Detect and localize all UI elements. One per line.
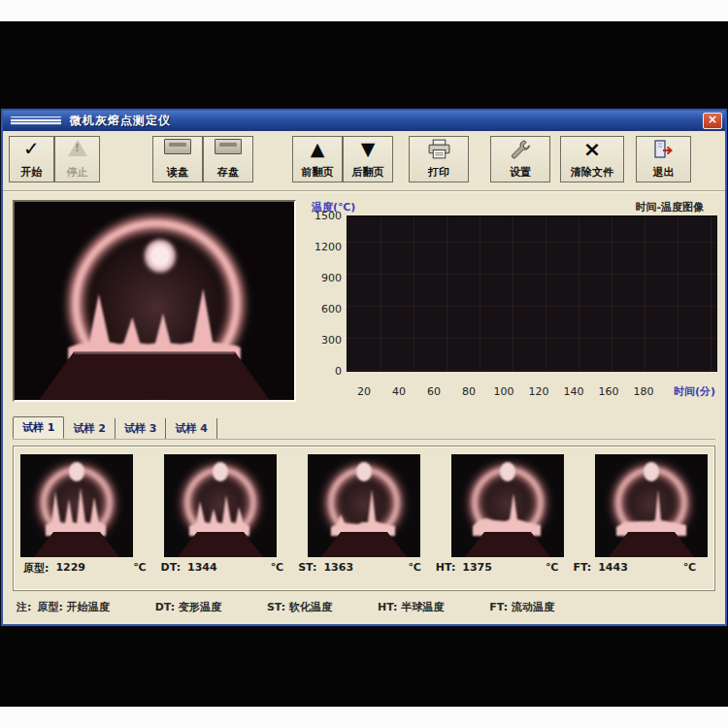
stage-thumbnails bbox=[20, 454, 708, 557]
floppy-icon bbox=[215, 139, 242, 154]
tab-sample-3[interactable]: 试样 3 bbox=[116, 418, 166, 439]
legend-item: 原型: 开始温度 bbox=[37, 600, 109, 614]
triangle-down-icon: ▼ bbox=[361, 139, 376, 158]
clear-file-button[interactable]: × 清除文件 bbox=[560, 136, 624, 182]
result-ft: FT:1443 ℃ bbox=[570, 561, 708, 576]
legend-note: 注: 原型: 开始温度 DT: 变形温度 ST: 软化温度 HT: 半球温度 F… bbox=[17, 600, 711, 614]
photo-background: 微机灰熔点测定仪 × ✓ 开始 ! 停止 读盘 存盘 bbox=[0, 0, 728, 728]
thumbnail-original bbox=[20, 454, 133, 557]
chart-title: 时间-温度图像 bbox=[635, 200, 717, 215]
read-disk-button[interactable]: 读盘 bbox=[152, 136, 203, 182]
close-button[interactable]: × bbox=[703, 113, 722, 129]
plot-area bbox=[347, 215, 717, 372]
check-icon: ✓ bbox=[23, 139, 40, 158]
result-st: ST:1363 ℃ bbox=[295, 561, 433, 576]
thumbnail-ft bbox=[595, 454, 708, 557]
legend-prefix: 注: bbox=[17, 600, 31, 614]
legend-item: ST: 软化温度 bbox=[267, 600, 332, 614]
triangle-up-icon: ▲ bbox=[311, 139, 325, 158]
save-disk-button[interactable]: 存盘 bbox=[203, 136, 253, 182]
chart-x-ticks: 20406080100120140160180 bbox=[347, 385, 661, 398]
furnace-image bbox=[15, 202, 294, 400]
results-box: 原型:1229 ℃ DT:1344 ℃ ST:1363 ℃ HT:1375 ℃ … bbox=[13, 446, 715, 591]
print-button[interactable]: 打印 bbox=[409, 136, 469, 182]
exit-door-icon bbox=[652, 139, 675, 159]
thumbnail-dt bbox=[164, 454, 277, 557]
result-values-row: 原型:1229 ℃ DT:1344 ℃ ST:1363 ℃ HT:1375 ℃ … bbox=[20, 561, 708, 576]
thumbnail-ht bbox=[451, 454, 564, 557]
toolbar: ✓ 开始 ! 停止 读盘 存盘 ▲ 前翻页 ▼ 后翻 bbox=[3, 131, 725, 189]
chart-x-axis: 20406080100120140160180 时间(分) bbox=[347, 374, 717, 410]
sample-tabstrip: 试样 1 试样 2 试样 3 试样 4 bbox=[13, 415, 715, 440]
start-button[interactable]: ✓ 开始 bbox=[9, 136, 54, 182]
window-bottom-padding bbox=[3, 614, 725, 624]
chart-panel: 温度(℃) 时间-温度图像 150012009006003000 2040608… bbox=[312, 200, 717, 410]
result-dt: DT:1344 ℃ bbox=[158, 561, 296, 576]
chart-header: 温度(℃) 时间-温度图像 bbox=[312, 200, 717, 215]
legend-item: DT: 变形温度 bbox=[155, 600, 221, 614]
printer-icon bbox=[427, 139, 451, 159]
app-window: 微机灰熔点测定仪 × ✓ 开始 ! 停止 读盘 存盘 bbox=[1, 109, 727, 626]
result-original: 原型:1229 ℃ bbox=[20, 561, 158, 576]
titlebar: 微机灰熔点测定仪 × bbox=[3, 111, 725, 131]
thumbnail-st bbox=[308, 454, 420, 557]
exit-button[interactable]: 退出 bbox=[636, 136, 691, 182]
settings-button[interactable]: 设置 bbox=[490, 136, 550, 182]
content-row: 温度(℃) 时间-温度图像 150012009006003000 2040608… bbox=[3, 192, 725, 412]
furnace-live-view bbox=[13, 200, 296, 402]
result-ht: HT:1375 ℃ bbox=[433, 561, 571, 576]
prev-page-button[interactable]: ▲ 前翻页 bbox=[292, 136, 343, 182]
window-title: 微机灰熔点测定仪 bbox=[70, 113, 171, 129]
tab-sample-2[interactable]: 试样 2 bbox=[64, 418, 115, 439]
titlebar-grip bbox=[11, 116, 61, 125]
chart-y-ticks: 150012009006003000 bbox=[312, 210, 347, 378]
stop-button[interactable]: ! 停止 bbox=[54, 136, 100, 182]
next-page-button[interactable]: ▼ 后翻页 bbox=[343, 136, 393, 182]
tab-sample-1[interactable]: 试样 1 bbox=[13, 416, 64, 439]
warning-icon: ! bbox=[67, 139, 88, 157]
chart-x-axis-label: 时间(分) bbox=[661, 384, 717, 399]
legend-item: HT: 半球温度 bbox=[378, 600, 444, 614]
floppy-icon bbox=[164, 139, 191, 154]
wrench-icon bbox=[510, 139, 531, 160]
legend-item: FT: 流动温度 bbox=[489, 600, 554, 614]
x-icon: × bbox=[583, 139, 601, 160]
tab-sample-4[interactable]: 试样 4 bbox=[166, 418, 216, 439]
